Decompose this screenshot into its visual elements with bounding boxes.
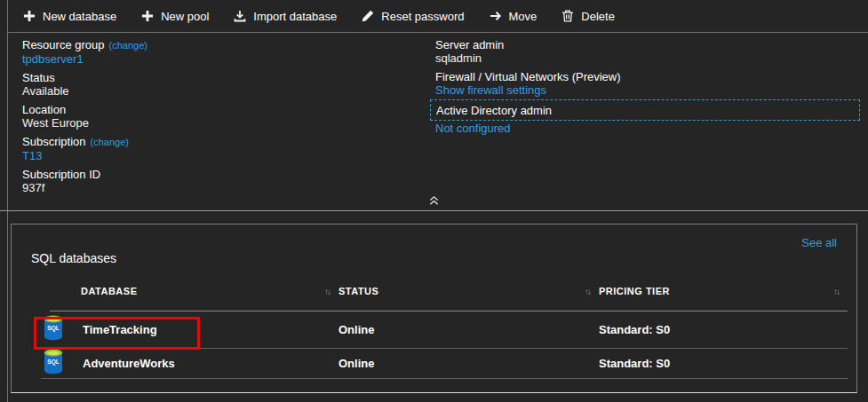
property-subscription-id: Subscription ID 937f	[22, 168, 147, 194]
table-row-timetracking[interactable]: SQL TimeTracking Online Standard: S0	[41, 311, 848, 349]
not-configured-link[interactable]: Not configured	[435, 122, 860, 135]
property-resource-group: Resource group(change) tpdbserver1	[22, 38, 147, 66]
column-header-pricing-tier[interactable]: PRICING TIER ↑↓	[599, 286, 848, 296]
subscription-id-label: Subscription ID	[22, 168, 147, 181]
reset-password-label: Reset password	[381, 10, 464, 23]
import-database-button[interactable]: Import database	[234, 10, 337, 23]
active-directory-admin-focus[interactable]: Active Directory admin	[430, 99, 860, 121]
location-value: West Europe	[22, 116, 147, 130]
resource-group-label: Resource group	[22, 38, 105, 51]
delete-button[interactable]: Delete	[561, 10, 615, 23]
property-server-admin: Server admin sqladmin	[435, 38, 860, 65]
show-firewall-settings-link[interactable]: Show firewall settings	[435, 83, 860, 97]
delete-label: Delete	[581, 10, 615, 23]
pricing-tier-cell: Standard: S0	[599, 323, 848, 336]
server-admin-label: Server admin	[435, 38, 860, 51]
pricing-tier-cell: Standard: S0	[599, 357, 848, 370]
new-pool-label: New pool	[161, 10, 209, 23]
status-value: Available	[22, 84, 147, 98]
new-database-button[interactable]: New database	[23, 10, 116, 23]
section-divider	[0, 210, 868, 211]
sort-icon[interactable]: ↑↓	[324, 287, 330, 296]
sql-databases-panel: See all SQL databases DATABASE ↑↓ STATUS…	[11, 224, 857, 393]
subscription-change-link[interactable]: (change)	[91, 137, 129, 147]
status-label: Status	[22, 71, 147, 84]
essentials-section: Resource group(change) tpdbserver1 Statu…	[0, 33, 868, 210]
property-status: Status Available	[22, 71, 147, 98]
status-cell: Online	[338, 323, 599, 336]
new-database-label: New database	[43, 10, 116, 23]
location-label: Location	[22, 103, 147, 116]
import-icon	[234, 10, 246, 22]
sort-icon[interactable]: ↑↓	[585, 287, 590, 296]
see-all-link[interactable]: See all	[801, 236, 837, 249]
subscription-value-link[interactable]: T13	[22, 149, 147, 162]
property-active-directory-admin: Active Directory admin Not configured	[435, 99, 860, 135]
table-row-adventureworks[interactable]: SQL AdventureWorks Online Standard: S0	[41, 349, 848, 379]
pencil-icon	[362, 10, 374, 22]
resource-group-change-link[interactable]: (change)	[109, 40, 147, 51]
trash-icon	[561, 10, 574, 22]
essentials-left-column: Resource group(change) tpdbserver1 Statu…	[22, 38, 147, 200]
resource-group-value-link[interactable]: tpdbserver1	[22, 52, 147, 66]
sql-database-icon: SQL	[43, 315, 64, 344]
column-header-database[interactable]: DATABASE ↑↓	[41, 286, 338, 296]
arrow-right-icon	[490, 10, 502, 22]
firewall-label: Firewall / Virtual Networks (Preview)	[435, 70, 860, 83]
database-column-label: DATABASE	[81, 286, 137, 296]
new-pool-button[interactable]: New pool	[141, 10, 209, 23]
collapse-essentials-button[interactable]	[0, 195, 868, 206]
property-firewall: Firewall / Virtual Networks (Preview) Sh…	[435, 70, 860, 97]
table-header: DATABASE ↑↓ STATUS ↑↓ PRICING TIER ↑↓	[41, 286, 848, 296]
reset-password-button[interactable]: Reset password	[362, 10, 464, 23]
import-database-label: Import database	[253, 10, 337, 23]
server-admin-value: sqladmin	[435, 51, 860, 65]
database-cell: SQL AdventureWorks	[41, 349, 338, 378]
essentials-right-column: Server admin sqladmin Firewall / Virtual…	[435, 38, 860, 140]
sql-database-icon: SQL	[43, 349, 64, 378]
table-body: SQL TimeTracking Online Standard: S0 SQL	[41, 311, 848, 379]
subscription-id-value: 937f	[22, 181, 147, 194]
property-subscription: Subscription(change) T13	[22, 135, 147, 162]
command-bar: New database New pool Import database Re…	[8, 0, 868, 33]
database-cell: SQL TimeTracking	[41, 315, 338, 344]
status-column-label: STATUS	[338, 286, 378, 296]
database-name: TimeTracking	[83, 323, 157, 336]
double-chevron-up-icon	[428, 193, 440, 209]
property-location: Location West Europe	[22, 103, 147, 130]
database-name: AdventureWorks	[83, 357, 175, 370]
column-header-status[interactable]: STATUS ↑↓	[338, 286, 599, 296]
plus-icon	[141, 10, 154, 22]
panel-title: SQL databases	[31, 251, 116, 265]
move-button[interactable]: Move	[490, 10, 538, 23]
svg-text:SQL: SQL	[47, 359, 59, 366]
status-cell: Online	[338, 357, 599, 370]
sort-icon[interactable]: ↑↓	[833, 287, 839, 296]
move-label: Move	[509, 10, 538, 23]
active-directory-admin-label: Active Directory admin	[436, 104, 552, 117]
plus-icon	[23, 10, 36, 22]
subscription-label: Subscription	[22, 135, 86, 148]
svg-text:SQL: SQL	[47, 325, 59, 332]
pricing-tier-column-label: PRICING TIER	[599, 286, 670, 296]
